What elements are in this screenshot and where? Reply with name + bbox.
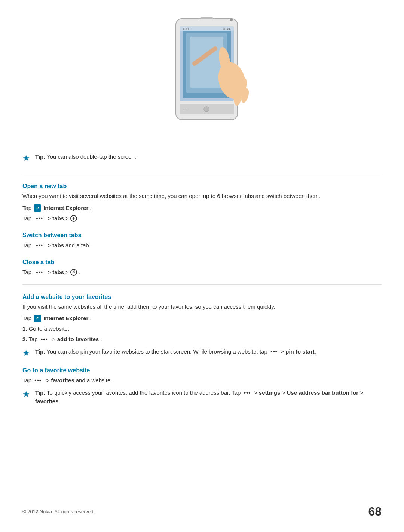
plus-circle-icon: + — [70, 215, 77, 222]
tip1-text: Tip: You can also double-tap the screen. — [35, 153, 136, 160]
page-number: 68 — [368, 505, 382, 519]
divider-1 — [22, 174, 382, 174]
x-circle-icon: ✕ — [70, 269, 77, 276]
divider-2 — [22, 284, 382, 285]
close-tab-line: Tap ••• > tabs > ✕. — [22, 268, 382, 277]
dots-icon-6: ••• — [34, 376, 42, 385]
star-icon-2: ★ — [22, 348, 30, 358]
dots-icon-5: ••• — [270, 348, 278, 355]
add-favorites-step1: 1. Go to a website. — [22, 324, 382, 333]
star-icon-3: ★ — [22, 389, 30, 399]
add-favorites-step2: 2. Tap ••• > add to favorites. — [22, 335, 382, 344]
svg-point-9 — [230, 18, 233, 21]
dots-icon-1: ••• — [36, 214, 43, 223]
open-tab-line2: Tap ••• > tabs > +. — [22, 214, 382, 223]
add-favorites-heading: Add a website to your favorites — [22, 294, 382, 300]
close-tab-heading: Close a tab — [22, 259, 382, 266]
copyright-text: © 2012 Nokia. All rights reserved. — [22, 509, 95, 514]
switch-tabs-line: Tap ••• > tabs and a tab. — [22, 241, 382, 250]
section-open-tab: Open a new tab When you want to visit se… — [22, 183, 382, 223]
go-favorites-tip-block: ★ Tip: To quickly access your favorites,… — [22, 389, 382, 406]
section-switch-tabs: Switch between tabs Tap ••• > tabs and a… — [22, 232, 382, 250]
dots-icon-7: ••• — [244, 389, 251, 396]
footer: © 2012 Nokia. All rights reserved. 68 — [22, 505, 382, 519]
svg-text:AT&T: AT&T — [183, 28, 189, 30]
svg-rect-8 — [200, 17, 213, 19]
phone-image: AT&T NOKIA ← — [142, 15, 262, 142]
page: AT&T NOKIA ← — [0, 0, 404, 532]
svg-text:NOKIA: NOKIA — [223, 28, 231, 30]
section-go-favorites: Go to a favorite website Tap ••• > favor… — [22, 367, 382, 406]
section-add-favorites: Add a website to your favorites If you v… — [22, 294, 382, 358]
add-favorites-body: If you visit the same websites all the t… — [22, 303, 382, 311]
go-favorites-tip-text: Tip: To quickly access your favorites, a… — [35, 389, 382, 406]
add-favorites-line1: Tap e Internet Explorer. — [22, 314, 382, 323]
star-icon-1: ★ — [22, 153, 30, 163]
dots-icon-4: ••• — [41, 335, 48, 344]
open-tab-line1: Tap e Internet Explorer. — [22, 204, 382, 213]
svg-point-11 — [204, 107, 209, 112]
ie-icon-1: e — [34, 204, 41, 212]
go-favorites-line: Tap ••• > favorites and a website. — [22, 376, 382, 385]
open-tab-heading: Open a new tab — [22, 183, 382, 190]
add-favorites-tip-block: ★ Tip: You can also pin your favorite we… — [22, 348, 382, 358]
dots-icon-2: ••• — [36, 241, 43, 250]
go-favorites-heading: Go to a favorite website — [22, 367, 382, 374]
add-favorites-tip-text: Tip: You can also pin your favorite webs… — [35, 348, 316, 356]
ie-icon-2: e — [34, 315, 41, 322]
switch-tabs-heading: Switch between tabs — [22, 232, 382, 239]
tip1-block: ★ Tip: You can also double-tap the scree… — [22, 153, 382, 163]
svg-text:←: ← — [183, 107, 188, 113]
section-close-tab: Close a tab Tap ••• > tabs > ✕. — [22, 259, 382, 277]
phone-illustration: AT&T NOKIA ← — [22, 15, 382, 142]
open-tab-body: When you want to visit several websites … — [22, 192, 382, 201]
dots-icon-3: ••• — [36, 268, 43, 277]
